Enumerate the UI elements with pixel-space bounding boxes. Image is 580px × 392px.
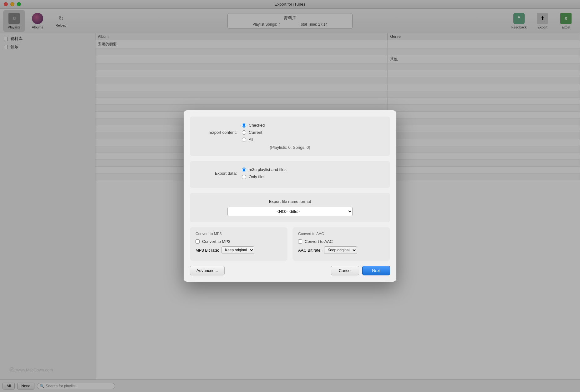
radio-only-files-label: Only files [249, 174, 265, 179]
export-data-section: Export data: m3u playlist and files Only… [190, 161, 390, 188]
export-format-section: Export file name format <NO> <title> [190, 193, 390, 222]
convert-grid: Convert to MP3 Convert to MP3 MP3 Bit ra… [190, 227, 390, 261]
playlists-songs-count: (Playlists: 0, Songs: 0) [199, 145, 381, 150]
aac-bitrate-row: AAC Bit rate: Keep original [298, 246, 384, 254]
radio-current-option[interactable]: Current [242, 130, 265, 135]
export-content-label: Export content: [199, 130, 237, 135]
convert-aac-row: Convert to AAC [298, 239, 384, 244]
convert-aac-box: Convert to AAC Convert to AAC AAC Bit ra… [293, 227, 390, 261]
convert-mp3-box: Convert to MP3 Convert to MP3 MP3 Bit ra… [190, 227, 287, 261]
export-modal: Export content: Checked Current All [184, 110, 396, 282]
radio-all-label: All [249, 137, 253, 142]
aac-bitrate-label: AAC Bit rate: [298, 248, 322, 253]
convert-aac-checkbox[interactable] [298, 239, 302, 244]
radio-m3u-option[interactable]: m3u playlist and files [242, 167, 287, 172]
export-content-section: Export content: Checked Current All [190, 117, 390, 156]
radio-m3u-label: m3u playlist and files [249, 167, 287, 172]
export-data-label: Export data: [199, 171, 237, 176]
radio-checked-input[interactable] [242, 123, 246, 128]
format-select-row: <NO> <title> [199, 207, 381, 216]
export-data-radios: m3u playlist and files Only files [242, 167, 287, 179]
convert-mp3-checkbox[interactable] [196, 239, 200, 244]
mp3-bitrate-label: MP3 Bit rate: [196, 248, 219, 253]
radio-all-input[interactable] [242, 138, 246, 142]
modal-footer-right: Cancel Next [331, 266, 390, 275]
cancel-button[interactable]: Cancel [331, 266, 359, 275]
radio-only-files-input[interactable] [242, 175, 246, 179]
export-data-row: Export data: m3u playlist and files Only… [199, 167, 381, 179]
next-button[interactable]: Next [362, 266, 390, 275]
aac-bitrate-select[interactable]: Keep original [324, 246, 357, 254]
radio-only-files-option[interactable]: Only files [242, 174, 287, 179]
mp3-bitrate-row: MP3 Bit rate: Keep original [196, 246, 282, 254]
radio-all-option[interactable]: All [242, 137, 265, 142]
radio-checked-option[interactable]: Checked [242, 123, 265, 128]
export-content-radios: Checked Current All [242, 123, 265, 142]
radio-current-label: Current [249, 130, 262, 135]
radio-current-input[interactable] [242, 130, 246, 135]
convert-aac-title: Convert to AAC [298, 232, 384, 236]
radio-checked-label: Checked [249, 123, 265, 128]
advanced-button[interactable]: Advanced... [190, 266, 225, 275]
modal-footer: Advanced... Cancel Next [190, 266, 390, 275]
convert-aac-label: Convert to AAC [305, 239, 333, 244]
format-select[interactable]: <NO> <title> [227, 207, 353, 216]
mp3-bitrate-select[interactable]: Keep original [221, 246, 254, 254]
modal-overlay: Export content: Checked Current All [0, 0, 580, 392]
convert-mp3-row: Convert to MP3 [196, 239, 282, 244]
convert-mp3-label: Convert to MP3 [202, 239, 230, 244]
convert-mp3-title: Convert to MP3 [196, 232, 282, 236]
radio-m3u-input[interactable] [242, 168, 246, 172]
export-format-title: Export file name format [199, 199, 381, 204]
export-content-row: Export content: Checked Current All [199, 123, 381, 142]
